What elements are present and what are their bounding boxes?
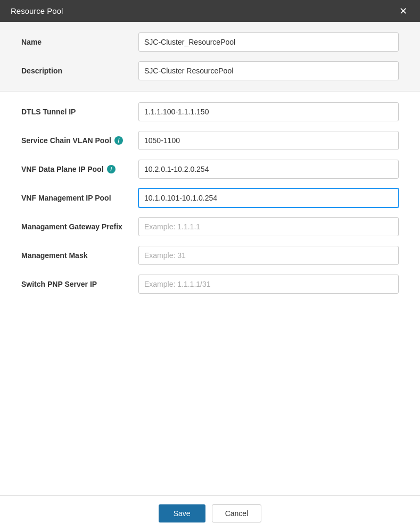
name-label: Name [21,38,138,46]
main-section: DTLS Tunnel IP Service Chain VLAN Pool i… [0,92,420,495]
switch-pnp-label: Switch PNP Server IP [21,280,138,288]
vnf-mgmt-label: VNF Management IP Pool [21,194,138,202]
mgmt-gateway-row: Managament Gateway Prefix [21,217,399,236]
service-chain-label: Service Chain VLAN Pool i [21,136,138,145]
mgmt-gateway-input[interactable] [138,217,399,236]
description-row: Description [21,61,399,80]
dialog-title: Resource Pool [11,6,63,15]
top-section: Name Description [0,22,420,92]
name-row: Name [21,32,399,52]
dtls-label: DTLS Tunnel IP [21,107,138,116]
description-label: Description [21,67,138,75]
vnf-data-info-icon[interactable]: i [107,165,116,173]
vnf-data-input[interactable] [138,160,399,179]
dialog-header: Resource Pool ✕ [0,0,420,22]
dialog-footer: Save Cancel [0,495,420,531]
vnf-data-row: VNF Data Plane IP Pool i [21,160,399,179]
vnf-mgmt-row: VNF Management IP Pool [21,188,399,208]
name-input[interactable] [138,32,399,52]
save-button[interactable]: Save [159,504,205,522]
vnf-mgmt-input[interactable] [138,188,399,208]
mgmt-mask-label: Management Mask [21,251,138,260]
switch-pnp-row: Switch PNP Server IP [21,275,399,294]
service-chain-row: Service Chain VLAN Pool i [21,131,399,150]
cancel-button[interactable]: Cancel [212,504,262,522]
dtls-row: DTLS Tunnel IP [21,102,399,121]
description-input[interactable] [138,61,399,80]
close-button[interactable]: ✕ [397,4,409,18]
switch-pnp-input[interactable] [138,275,399,294]
service-chain-input[interactable] [138,131,399,150]
resource-pool-dialog: Resource Pool ✕ Name Description DTLS Tu… [0,0,420,531]
dialog-body: Name Description DTLS Tunnel IP Service … [0,22,420,495]
mgmt-gateway-label: Managament Gateway Prefix [21,222,138,231]
vnf-data-label: VNF Data Plane IP Pool i [21,165,138,173]
mgmt-mask-input[interactable] [138,246,399,265]
dtls-input[interactable] [138,102,399,121]
mgmt-mask-row: Management Mask [21,246,399,265]
service-chain-info-icon[interactable]: i [114,136,123,145]
